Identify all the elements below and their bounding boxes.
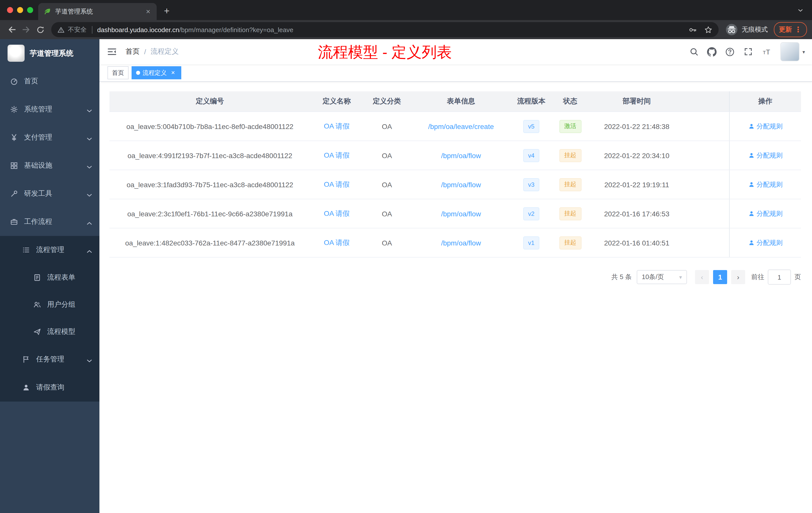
tag-label: 首页 bbox=[112, 68, 124, 77]
new-tab-button[interactable]: + bbox=[160, 4, 174, 18]
page-size-select[interactable]: 10条/页 ▾ bbox=[637, 270, 687, 284]
form-link[interactable]: /bpm/oa/flow bbox=[441, 239, 481, 247]
tag-close-icon[interactable]: × bbox=[169, 69, 177, 77]
form-link[interactable]: /bpm/oa/flow bbox=[441, 210, 481, 218]
github-icon[interactable] bbox=[703, 39, 721, 64]
chevron-down-icon bbox=[85, 357, 93, 365]
assign-rule-label: 分配规则 bbox=[756, 238, 783, 247]
avatar[interactable] bbox=[780, 42, 800, 61]
goto-page-input[interactable] bbox=[768, 270, 791, 284]
users-icon bbox=[33, 301, 41, 309]
breadcrumb-home[interactable]: 首页 bbox=[125, 47, 140, 56]
tools-icon bbox=[10, 190, 18, 198]
pagination: 共 5 条 10条/页 ▾ ‹ 1 › 前往 页 bbox=[110, 270, 801, 284]
sidebar-item-process-form[interactable]: 流程表单 bbox=[0, 264, 99, 291]
sidebar-item-user-group[interactable]: 用户分组 bbox=[0, 291, 99, 318]
omnibox[interactable]: 不安全 dashboard.yudao.iocoder.cn/bpm/manag… bbox=[51, 22, 719, 37]
status-badge: 激活 bbox=[559, 120, 581, 133]
assign-rule-link[interactable]: 分配规则 bbox=[748, 151, 783, 160]
sidebar-item-system-mgmt[interactable]: 系统管理 bbox=[0, 95, 99, 123]
dashboard-icon bbox=[10, 77, 18, 85]
font-size-icon[interactable]: TT bbox=[757, 39, 775, 64]
tag-process-definition[interactable]: 流程定义× bbox=[132, 66, 181, 79]
sidebar-item-payment-mgmt[interactable]: 支付管理 bbox=[0, 123, 99, 152]
back-icon[interactable] bbox=[5, 23, 19, 37]
update-button[interactable]: 更新 ⋮ bbox=[774, 22, 807, 37]
incognito-icon bbox=[726, 24, 738, 36]
sidebar-logo[interactable]: 芋道管理系统 bbox=[0, 39, 99, 67]
form-link[interactable]: /bpm/oa/leave/create bbox=[428, 122, 494, 130]
cell-definition-id: oa_leave:2:3c1f0ef1-76b1-11ec-9c66-a2380… bbox=[110, 199, 310, 228]
breadcrumb-current: 流程定义 bbox=[151, 47, 179, 56]
reload-icon[interactable] bbox=[33, 23, 47, 37]
sidebar-item-workflow[interactable]: 工作流程 bbox=[0, 208, 99, 236]
cell-status: 挂起 bbox=[551, 170, 589, 199]
user-menu[interactable]: ▾ bbox=[780, 42, 805, 61]
page-number-button[interactable]: 1 bbox=[713, 270, 727, 284]
sidebar-item-dev-tools[interactable]: 研发工具 bbox=[0, 180, 99, 208]
url-path: /bpm/manager/definition?key=oa_leave bbox=[179, 26, 293, 33]
sidebar-item-process-model[interactable]: 流程模型 bbox=[0, 318, 99, 345]
fullscreen-icon[interactable] bbox=[739, 39, 757, 64]
page-content: 定义编号定义名称定义分类表单信息流程版本状态部署时间操作 oa_leave:5:… bbox=[99, 82, 812, 513]
security-chip[interactable]: 不安全 bbox=[57, 25, 87, 34]
window-minimize-button[interactable] bbox=[17, 7, 23, 13]
next-page-button[interactable]: › bbox=[731, 270, 745, 284]
security-label: 不安全 bbox=[68, 25, 87, 34]
definition-name-link[interactable]: OA 请假 bbox=[324, 151, 350, 160]
tag-home[interactable]: 首页 bbox=[108, 66, 128, 79]
browser-menu-icon[interactable]: ⋮ bbox=[794, 25, 802, 34]
window-controls bbox=[7, 7, 33, 13]
form-icon bbox=[33, 274, 41, 281]
window-close-button[interactable] bbox=[7, 7, 13, 13]
browser-address-bar: 不安全 dashboard.yudao.iocoder.cn/bpm/manag… bbox=[0, 20, 812, 39]
window-zoom-button[interactable] bbox=[27, 7, 33, 13]
definition-name-link[interactable]: OA 请假 bbox=[324, 180, 350, 189]
definition-name-link[interactable]: OA 请假 bbox=[324, 209, 350, 218]
sidebar-item-home[interactable]: 首页 bbox=[0, 67, 99, 95]
tab-close-icon[interactable]: × bbox=[144, 7, 153, 16]
assign-rule-link[interactable]: 分配规则 bbox=[748, 209, 783, 218]
tab-search-caret-icon[interactable] bbox=[797, 7, 804, 14]
forward-icon[interactable] bbox=[19, 23, 33, 37]
assign-rule-link[interactable]: 分配规则 bbox=[748, 238, 783, 247]
cell-filler bbox=[685, 170, 729, 199]
browser-tab[interactable]: 芋道管理系统 × bbox=[38, 3, 157, 20]
definition-name-link[interactable]: OA 请假 bbox=[324, 238, 350, 247]
sidebar-item-label: 系统管理 bbox=[24, 105, 52, 114]
sidebar-item-process-mgmt[interactable]: 流程管理 bbox=[0, 236, 99, 264]
form-link[interactable]: /bpm/oa/flow bbox=[441, 180, 481, 188]
search-icon[interactable] bbox=[685, 39, 703, 64]
hamburger-icon[interactable] bbox=[99, 47, 124, 57]
gear-icon bbox=[10, 105, 18, 114]
sidebar-item-leave-query[interactable]: 请假查询 bbox=[0, 373, 99, 401]
bookmark-star-icon[interactable] bbox=[704, 25, 713, 34]
cell-deploy-time: 2022-01-22 20:34:10 bbox=[589, 141, 685, 170]
cell-action: 分配规则 bbox=[729, 141, 801, 170]
sidebar-item-infrastructure[interactable]: 基础设施 bbox=[0, 152, 99, 180]
cell-form-info: /bpm/oa/flow bbox=[411, 229, 511, 257]
cell-category: OA bbox=[363, 141, 411, 170]
column-header-id: 定义编号 bbox=[110, 91, 310, 112]
assign-rule-label: 分配规则 bbox=[756, 122, 783, 131]
cell-form-info: /bpm/oa/flow bbox=[411, 199, 511, 228]
grid-icon bbox=[10, 162, 18, 170]
help-icon[interactable] bbox=[721, 39, 739, 64]
cell-form-info: /bpm/oa/leave/create bbox=[411, 112, 511, 141]
sidebar-item-task-mgmt[interactable]: 任务管理 bbox=[0, 345, 99, 373]
sidebar-item-label: 流程模型 bbox=[47, 327, 75, 336]
page-size-value: 10条/页 bbox=[642, 273, 664, 281]
assign-rule-link[interactable]: 分配规则 bbox=[748, 122, 783, 131]
select-caret-icon: ▾ bbox=[679, 274, 682, 280]
assign-rule-link[interactable]: 分配规则 bbox=[748, 180, 783, 189]
definition-name-link[interactable]: OA 请假 bbox=[324, 122, 350, 131]
cell-status: 挂起 bbox=[551, 199, 589, 228]
cell-status: 激活 bbox=[551, 112, 589, 141]
prev-page-button[interactable]: ‹ bbox=[695, 270, 709, 284]
tag-label: 流程定义 bbox=[143, 68, 167, 77]
chevron-down-icon bbox=[85, 107, 91, 113]
tab-title: 芋道管理系统 bbox=[55, 7, 144, 16]
cell-filler bbox=[685, 141, 729, 170]
form-link[interactable]: /bpm/oa/flow bbox=[441, 151, 481, 159]
password-key-icon[interactable] bbox=[689, 25, 697, 34]
